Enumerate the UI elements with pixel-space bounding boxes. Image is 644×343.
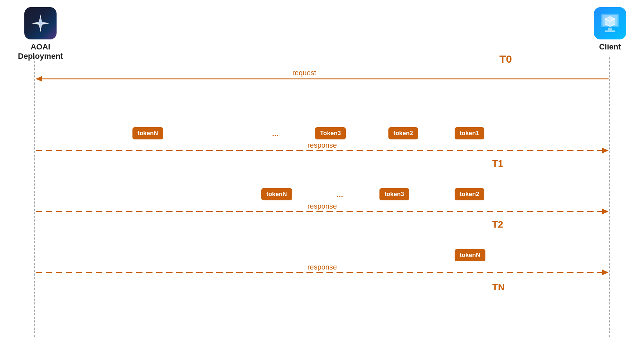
ellipsis-row1: ... <box>272 129 279 138</box>
svg-marker-11 <box>602 148 609 153</box>
token-badge-row3-tokenN: tokenN <box>455 249 485 261</box>
svg-marker-15 <box>602 209 609 214</box>
t0-label: T0 <box>499 53 512 65</box>
svg-text:T1: T1 <box>492 158 503 169</box>
ellipsis-row2: ... <box>336 190 343 199</box>
svg-text:response: response <box>308 202 337 210</box>
token-badge-row2-tokenN: tokenN <box>261 188 292 200</box>
svg-text:TN: TN <box>492 282 505 292</box>
token-badge-row1-token1: token1 <box>455 127 484 139</box>
svg-text:response: response <box>308 141 337 149</box>
token-badge-row1-token2: token2 <box>388 127 418 139</box>
token-badge-row1-token3: Token3 <box>315 127 346 139</box>
diagram-container: AOAI Deployment Client <box>0 0 644 343</box>
svg-marker-8 <box>36 76 42 82</box>
svg-text:response: response <box>308 263 337 271</box>
svg-text:T2: T2 <box>492 219 503 230</box>
arrows-layer: T0 request response T1 response T2 respo… <box>0 0 644 343</box>
svg-marker-19 <box>602 270 609 275</box>
token-badge-row2-token2: token2 <box>455 188 484 200</box>
token-badge-row1-tokenN: tokenN <box>132 127 163 139</box>
svg-text:request: request <box>292 69 316 77</box>
token-badge-row2-token3: token3 <box>379 188 409 200</box>
